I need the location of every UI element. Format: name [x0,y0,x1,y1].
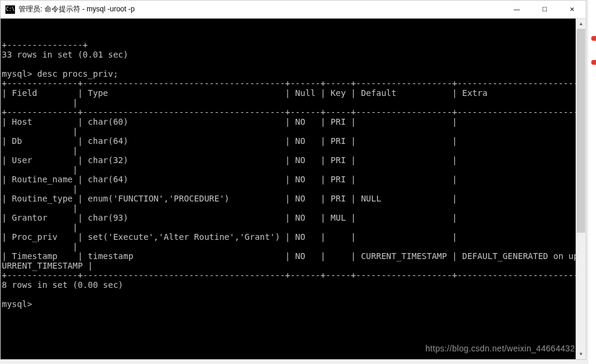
table-row: | [2,127,77,136]
table-row: | Routine_type | enum('FUNCTION','PROCED… [2,194,586,203]
vertical-scrollbar[interactable]: ▲ ▼ [576,19,586,359]
table-row: | [2,242,77,251]
marker-icon [591,60,596,65]
watermark-text: https://blog.csdn.net/weixin_44664432 [426,344,575,353]
table-header: | [2,98,77,107]
window-title: 管理员: 命令提示符 - mysql -uroot -p [19,4,503,14]
close-button[interactable]: ✕ [558,1,586,18]
table-row: | Proc_priv | set('Execute','Alter Routi… [2,232,586,242]
window-controls: — ☐ ✕ [503,1,586,18]
result-summary: 8 rows in set (0.00 sec) [2,280,123,290]
table-row: | [2,165,77,175]
marker-icon [591,36,596,41]
maximize-button[interactable]: ☐ [531,1,558,18]
page-edge-decoration [588,0,596,364]
table-border: +--------------+------------------------… [2,107,586,117]
scrollbar-up-icon[interactable]: ▲ [576,19,586,29]
table-row: | [2,146,77,155]
table-row: | Grantor | char(93) | NO | MUL | | | [2,213,586,222]
terminal-output: +---------------+ 33 rows in set (0.01 s… [1,40,586,309]
table-row: URRENT_TIMESTAMP | [2,261,93,270]
table-row: | User | char(32) | NO | PRI | | | [2,155,586,165]
mysql-prompt: mysql> desc procs_priv; [2,69,118,79]
table-header: | Field | Type | Null | Key | Default | … [2,88,586,98]
scrollbar-thumb[interactable] [577,29,585,233]
minimize-button[interactable]: — [503,1,531,18]
output-line: +---------------+ [2,40,88,50]
output-line: 33 rows in set (0.01 sec) [2,50,128,59]
table-row: | Db | char(64) | NO | PRI | | | [2,136,586,146]
command-prompt-window: C:\ 管理员: 命令提示符 - mysql -uroot -p — ☐ ✕ +… [0,0,586,360]
table-row: | [2,184,77,194]
table-row: | [2,222,77,232]
table-border: +--------------+------------------------… [2,270,586,280]
mysql-prompt[interactable]: mysql> [2,299,32,309]
cmd-icon: C:\ [5,5,15,14]
scrollbar-down-icon[interactable]: ▼ [576,349,586,359]
table-border: +--------------+------------------------… [2,79,586,88]
table-row: | Timestamp | timestamp | NO | | CURRENT… [2,251,586,261]
terminal-area[interactable]: +---------------+ 33 rows in set (0.01 s… [1,19,586,359]
table-row: | [2,203,77,213]
titlebar[interactable]: C:\ 管理员: 命令提示符 - mysql -uroot -p — ☐ ✕ [1,1,586,19]
table-row: | Routine_name | char(64) | NO | PRI | |… [2,175,586,184]
table-row: | Host | char(60) | NO | PRI | | | [2,117,586,127]
